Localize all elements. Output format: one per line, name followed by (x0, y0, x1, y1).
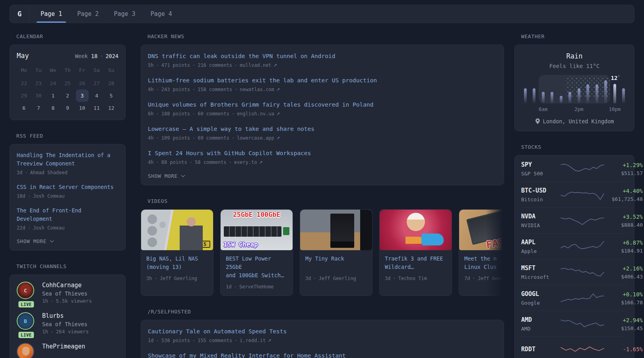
stock-symbol: AMD (521, 316, 560, 323)
stock-row[interactable]: AMDAMD+2.94%$150.45 (521, 311, 628, 337)
calendar-year: 2024 (105, 53, 118, 59)
video-thumbnail-lilnas[interactable]: LIL NAS (141, 210, 213, 250)
stock-row[interactable]: AAPLApple+6.87%$184.91 (521, 233, 628, 259)
weekday-label: We (46, 66, 60, 75)
video-thumbnail-traefik[interactable] (380, 210, 452, 250)
post-link[interactable]: I Spent 24 Hours with GitHub Copilot Wor… (148, 149, 497, 158)
video-card[interactable]: My Tiny Rack3d·Jeff Geerling (300, 209, 372, 296)
weekday-label: Sa (89, 66, 104, 75)
video-age: 3d (305, 276, 311, 281)
post-domain-link[interactable]: english.nv.ua (237, 111, 274, 117)
stock-row[interactable]: SPYS&P 500+1.29%$511.57 (521, 156, 628, 181)
sparkline-chart (560, 214, 605, 228)
section-label-weather: WEATHER (521, 33, 634, 39)
external-link-icon: ↗ (276, 87, 280, 92)
video-title[interactable]: My Tiny Rack (305, 255, 367, 271)
stock-row[interactable]: MSFTMicrosoft+2.16%$406.43 (521, 259, 628, 285)
video-title[interactable]: Traefik 3 and FREEWildcard… (385, 255, 446, 271)
stock-row[interactable]: NVDANVIDIA+3.52%$888.40 (521, 207, 628, 233)
tab-page-4[interactable]: Page 4 (148, 5, 175, 23)
stock-symbol: MSFT (521, 265, 560, 272)
stock-sparkline (560, 291, 605, 305)
show-more-label: SHOW MORE (148, 173, 178, 179)
post-link[interactable]: The End of Front-End Development (17, 206, 114, 223)
post-age: 22d (17, 225, 25, 231)
tab-page-3[interactable]: Page 3 (111, 5, 138, 23)
weather-feels-like: Feels like 11°C (521, 63, 628, 69)
weekday-label: Tu (31, 66, 46, 75)
stock-change: +1.29% (605, 162, 643, 168)
video-title[interactable]: Big NAS, Lil NAS(moving 13) (146, 255, 208, 271)
post-link[interactable]: Unique volumes of Brothers Grimm fairy t… (148, 100, 497, 109)
post-link[interactable]: Lithium-free sodium batteries exit the l… (148, 76, 497, 85)
rss-show-more-button[interactable]: SHOW MORE (17, 238, 118, 244)
video-age: 1d (226, 284, 231, 290)
channel-name[interactable]: ThePrimeagen (42, 343, 85, 350)
video-thumbnail-board[interactable]: FAS (459, 210, 504, 250)
post-domain-link[interactable]: lowercase.app (237, 135, 274, 141)
post-meta: 5h·471 points·216 comments·mullvad.net↗ (148, 62, 497, 69)
twitch-channel-row[interactable]: BLIVEBlurbsSea of Thieves1h·264 viewers (17, 312, 118, 335)
video-title[interactable]: BEST Low Power 25GbEand 100GbE Switch… (226, 255, 287, 280)
post-link[interactable]: Lowercase – A simple way to take and sha… (148, 125, 497, 133)
video-thumbnail-switch[interactable]: 25GbE 100GbE15W Cheap (221, 210, 293, 250)
calendar-week-indicator: Week 18·2024 (75, 53, 118, 59)
video-channel: Jeff Geerling (319, 276, 356, 281)
app-logo[interactable]: G (10, 5, 29, 23)
weekday-label: Th (60, 66, 75, 75)
weather-location: London, United Kingdom (543, 118, 614, 125)
post-points: 188 points (161, 111, 190, 117)
stock-row[interactable]: RDDT-1.65% (521, 337, 628, 358)
calendar-day: 4 (90, 90, 103, 102)
weather-bar (551, 92, 553, 103)
video-thumbnail-rack[interactable] (300, 210, 372, 250)
post-link[interactable]: CSS in React Server Components (17, 183, 114, 191)
twitch-channel-row[interactable]: CLIVECohhCarnageSea of Thieves1h·5.5k vi… (17, 282, 118, 305)
live-badge: LIVE (18, 332, 34, 338)
hackernews-show-more-button[interactable]: SHOW MORE (148, 173, 497, 179)
stock-row[interactable]: GOOGLGoogle+0.10%$166.78 (521, 285, 628, 311)
video-card[interactable]: Traefik 3 and FREEWildcard…3d·Techno Tim (379, 209, 452, 296)
post-link[interactable]: Showcase of my Mixed Reality Interface f… (148, 351, 497, 358)
post-age: 1d (148, 338, 153, 343)
video-title[interactable]: Meet the nLinux Clus (464, 255, 504, 271)
weekday-label: Su (104, 66, 118, 75)
video-age: 3h (146, 276, 152, 281)
channel-name[interactable]: CohhCarnage (42, 282, 92, 289)
stock-sparkline (560, 214, 605, 228)
video-meta: 7d·Jeff Geerling (464, 275, 504, 282)
post-points: 538 points (161, 338, 190, 343)
selfhosted-card: Cautionary Tale on Automated Speed Tests… (141, 320, 504, 358)
calendar-day: 6 (17, 102, 30, 114)
separator-dot: · (190, 160, 192, 165)
calendar-day: 24 (47, 77, 59, 90)
post-domain-link[interactable]: mullvad.net (240, 62, 271, 68)
video-card[interactable]: FASMeet the nLinux Clus7d·Jeff Geerling (459, 209, 504, 296)
tab-page-2[interactable]: Page 2 (75, 5, 101, 23)
post-link[interactable]: Cautionary Tale on Automated Speed Tests (148, 327, 497, 336)
post-domain-link[interactable]: every.to (234, 160, 257, 165)
channel-name[interactable]: Blurbs (42, 312, 89, 319)
calendar-day: 7 (32, 102, 45, 114)
separator-dot: · (313, 276, 316, 281)
stock-values: +2.16%$406.43 (605, 265, 643, 280)
stocks-list: SPYS&P 500+1.29%$511.57BTC-USDBitcoin+4.… (521, 156, 628, 358)
video-card[interactable]: LIL NASBig NAS, Lil NAS(moving 13)3h·Jef… (141, 209, 213, 296)
stock-sparkline (560, 265, 605, 280)
time-axis-label: 10pm (609, 106, 621, 112)
post-link[interactable]: Handling The Indentation of a Treeview C… (17, 151, 114, 168)
post-link[interactable]: DNS traffic can leak outside the VPN tun… (148, 52, 497, 60)
weather-bar (568, 92, 571, 103)
sparkline-chart (560, 317, 605, 331)
post-domain-link[interactable]: newatlas.com (240, 87, 274, 92)
stock-row[interactable]: BTC-USDBitcoin+4.40%$61,725.48 (521, 181, 628, 207)
post-domain-link[interactable]: i.redd.it (240, 338, 266, 343)
weather-chart: 12°6am2pm10pm (521, 75, 628, 112)
video-age: 7d (464, 276, 470, 281)
post-points: 471 points (161, 62, 190, 68)
stock-price: $166.78 (605, 300, 643, 305)
video-title-line: Linux Clus (464, 263, 504, 271)
tab-page-1[interactable]: Page 1 (38, 5, 64, 23)
video-card[interactable]: 25GbE 100GbE15W CheapBEST Low Power 25Gb… (220, 209, 293, 296)
twitch-channel-row[interactable]: ThePrimeagen (17, 343, 118, 358)
